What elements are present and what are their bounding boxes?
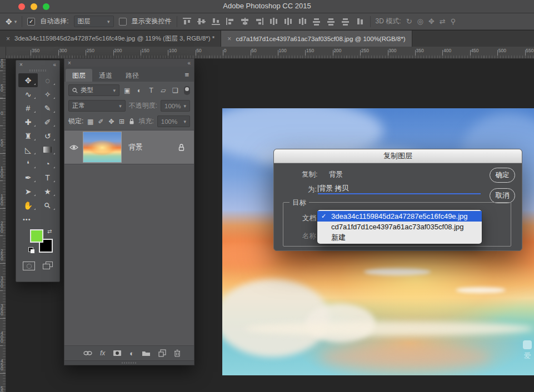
distribute-horizontal-centers-icon[interactable]	[327, 17, 336, 26]
opacity-dropdown[interactable]: 100% ▾	[161, 100, 190, 112]
align-bottom-edges-icon[interactable]	[211, 17, 221, 26]
filter-pixel-layers-icon[interactable]: ▣	[123, 87, 132, 94]
new-adjustment-layer-icon[interactable]: ◐	[129, 349, 134, 358]
panel-tab[interactable]: 路径	[119, 69, 146, 82]
layer-name[interactable]: 背景	[128, 142, 143, 152]
crop-tool[interactable]: #	[18, 101, 38, 115]
3d-rotate-icon[interactable]: ↻	[406, 17, 412, 26]
edit-toolbar[interactable]: •••	[18, 212, 38, 226]
quick-selection-tool[interactable]: ✧	[38, 87, 57, 101]
horizontal-ruler[interactable]: 3503002502001501005005010015020025030035…	[0, 47, 534, 59]
path-selection-tool[interactable]: ➤	[18, 184, 38, 198]
add-layer-mask-icon[interactable]	[113, 350, 122, 356]
new-group-icon[interactable]	[142, 350, 151, 356]
pen-tool[interactable]: ✒	[18, 170, 38, 184]
panel-grip[interactable]	[29, 69, 46, 72]
custom-shape-tool[interactable]: ★	[38, 184, 57, 198]
panel-menu-icon[interactable]: ≡	[184, 71, 189, 79]
healing-brush-tool[interactable]: ✚	[18, 115, 38, 129]
watermark-logo-icon	[523, 340, 532, 349]
3d-drag-icon[interactable]: ✥	[428, 17, 435, 26]
3d-scale-icon[interactable]: ⚲	[451, 17, 456, 26]
document-option[interactable]: ✓ 新建	[317, 232, 482, 243]
align-right-edges-icon[interactable]	[254, 17, 264, 26]
blur-tool[interactable]: ❛	[18, 157, 38, 170]
quick-mask-mode-button[interactable]	[23, 262, 35, 270]
delete-layer-icon[interactable]	[174, 349, 181, 357]
vertical-ruler[interactable]: 1 0 05 005 01 0 01 5 02 0 02 5 03 0 03 5…	[0, 47, 6, 392]
fill-dropdown[interactable]: 100% ▾	[157, 115, 190, 127]
foreground-color-swatch[interactable]	[30, 229, 43, 243]
marquee-tool[interactable]: ◌	[38, 73, 57, 87]
layer-row-background[interactable]: 背景	[64, 130, 194, 164]
lock-transparency-icon[interactable]: ▦	[87, 118, 94, 125]
lock-artboard-icon[interactable]: ⊞	[118, 118, 126, 125]
screen-mode-button[interactable]	[43, 262, 53, 269]
filter-toggle-icon[interactable]	[184, 86, 190, 95]
panel-tab[interactable]: 通道	[92, 69, 119, 82]
align-horizontal-centers-icon[interactable]	[240, 17, 249, 26]
show-transform-controls-checkbox[interactable]	[119, 18, 127, 26]
panel-resize-grip[interactable]	[64, 360, 194, 365]
align-left-edges-icon[interactable]	[226, 17, 235, 26]
align-top-edges-icon[interactable]	[182, 17, 192, 26]
document-tab[interactable]: × cd7a1fd7d1ce4397a61ac73af035cf08.jpg @…	[221, 31, 412, 47]
layer-filter-dropdown[interactable]: 类型 ▾	[68, 84, 119, 96]
distribute-vertical-centers-icon[interactable]	[283, 17, 293, 26]
close-panel-icon[interactable]: ×	[19, 62, 23, 68]
close-tab-icon[interactable]: ×	[227, 35, 231, 43]
zoom-tool[interactable]: ⚲	[38, 198, 57, 212]
eyedropper-tool[interactable]: ✎	[38, 101, 57, 115]
swap-colors-icon[interactable]: ⇄	[47, 228, 52, 234]
auto-align-layers-icon[interactable]	[356, 17, 365, 26]
align-vertical-centers-icon[interactable]	[197, 17, 206, 26]
layer-name-input[interactable]: 背景 拷贝	[318, 183, 481, 194]
document-tab[interactable]: × 3dea34c1159845d2a47287e5c16fc49e.jpg @…	[0, 31, 221, 47]
document-option[interactable]: ✓ 3dea34c1159845d2a47287e5c16fc49e.jpg	[317, 211, 482, 222]
dialog-title[interactable]: 复制图层	[274, 149, 522, 163]
filter-smart-objects-icon[interactable]: ❏	[171, 87, 180, 94]
ruler-origin-box[interactable]	[0, 47, 6, 59]
hand-tool[interactable]: ✋	[18, 198, 38, 212]
collapse-panel-icon[interactable]: «	[187, 60, 191, 66]
current-tool-icon[interactable]: ✥▾	[6, 17, 17, 26]
eraser-tool[interactable]: ◺	[18, 143, 38, 157]
auto-select-target-dropdown[interactable]: 图层▾	[74, 16, 114, 27]
filter-shape-layers-icon[interactable]: ▱	[159, 87, 168, 94]
cancel-button[interactable]: 取消	[490, 188, 515, 203]
default-colors-icon[interactable]	[28, 247, 35, 254]
distribute-top-edges-icon[interactable]	[269, 17, 278, 26]
move-tool[interactable]: ✥	[18, 73, 38, 87]
filter-type-layers-icon[interactable]: T	[147, 87, 156, 94]
distribute-left-edges-icon[interactable]	[312, 17, 322, 26]
lock-image-icon[interactable]: ✐	[97, 118, 104, 125]
layer-thumbnail[interactable]	[83, 132, 122, 163]
layer-style-icon[interactable]: fx	[100, 349, 105, 357]
new-layer-icon[interactable]	[158, 349, 166, 357]
type-tool[interactable]: T	[38, 170, 57, 184]
gradient-tool[interactable]: ▆	[38, 143, 57, 157]
document-option[interactable]: ✓ cd7a1fd7d1ce4397a61ac73af035cf08.jpg	[317, 222, 482, 232]
auto-select-checkbox[interactable]: ✓	[27, 18, 35, 26]
distribute-right-edges-icon[interactable]	[341, 17, 351, 26]
lock-all-icon[interactable]	[128, 118, 135, 125]
close-tab-icon[interactable]: ×	[6, 35, 10, 43]
ok-button[interactable]: 确定	[490, 168, 515, 183]
3d-roll-icon[interactable]: ◎	[417, 17, 423, 26]
clone-stamp-tool[interactable]: ♜	[18, 129, 38, 143]
blend-mode-dropdown[interactable]: 正常 ▾	[68, 100, 126, 112]
dodge-tool[interactable]: ◔	[38, 157, 57, 170]
distribute-bottom-edges-icon[interactable]	[298, 17, 307, 26]
filter-adjustment-layers-icon[interactable]: ◐	[135, 87, 144, 94]
lock-position-icon[interactable]: ✥	[108, 118, 115, 125]
link-layers-icon[interactable]	[83, 350, 92, 356]
close-panel-icon[interactable]: ×	[68, 60, 71, 66]
collapse-panel-icon[interactable]: «	[53, 62, 56, 68]
panel-tab[interactable]: 图层	[66, 69, 92, 82]
layer-visibility-toggle[interactable]	[64, 144, 83, 150]
history-brush-tool[interactable]: ↺	[38, 129, 57, 143]
lasso-tool[interactable]: ∿	[18, 87, 38, 101]
3d-slide-icon[interactable]: ⇄	[440, 17, 446, 26]
brush-tool[interactable]: ✐	[38, 115, 57, 129]
ruler-tick-label: 250	[87, 48, 94, 53]
